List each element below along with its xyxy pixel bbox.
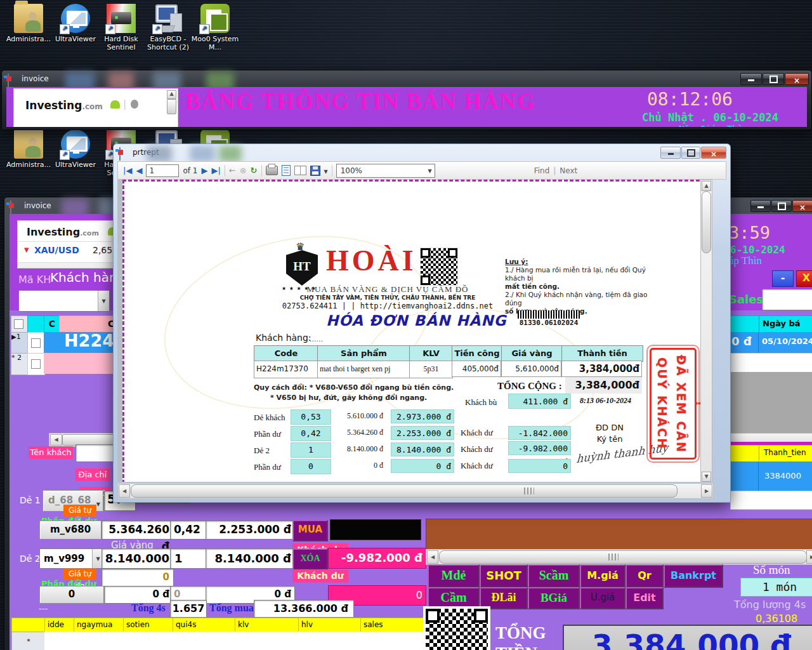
scroll-thumb[interactable]: [439, 550, 807, 564]
grid-empty-row[interactable]: [730, 491, 812, 510]
tong4s-value[interactable]: 1.657: [170, 600, 207, 618]
last-page-button[interactable]: ▶|: [211, 166, 220, 175]
grid-row1-right[interactable]: 0 đ 05/10/2024: [730, 332, 812, 353]
scroll-right-icon[interactable]: ▶: [806, 550, 812, 564]
desktop-icon-ultraviewer[interactable]: ↗ UltraViewer: [51, 4, 100, 43]
export-button[interactable]: [310, 166, 320, 176]
grid-header-c[interactable]: C: [44, 315, 60, 333]
mde-button[interactable]: Mdẻ: [428, 564, 480, 588]
titlebar[interactable]: prtrept ×: [114, 144, 730, 161]
refresh-icon[interactable]: ↻: [251, 166, 258, 175]
amount1-field[interactable]: 2.253.000 đ: [206, 521, 295, 540]
grid2-row-marker[interactable]: *: [11, 632, 46, 650]
grid-corner-cell[interactable]: [11, 315, 29, 333]
thanh-tien-row[interactable]: 3384000: [730, 461, 812, 491]
qty2-field[interactable]: 1: [170, 548, 209, 569]
back-icon[interactable]: ←: [229, 166, 236, 175]
bankrpt-button[interactable]: Bankrpt: [664, 564, 723, 588]
scroll-right-icon[interactable]: ▶: [701, 484, 712, 498]
minimize-button-inner[interactable]: -: [772, 270, 794, 287]
hidden-field[interactable]: [330, 519, 421, 540]
close-button[interactable]: ×: [792, 200, 812, 212]
mv680-button[interactable]: m_v680: [39, 521, 102, 540]
print-layout-button[interactable]: [282, 165, 291, 176]
checkbox-icon[interactable]: [31, 338, 41, 348]
price2-field[interactable]: 8.140.000 đ: [102, 548, 173, 569]
scroll-thumb[interactable]: [702, 191, 711, 253]
stop-icon[interactable]: ⊗: [240, 166, 247, 175]
grid2-cell[interactable]: [298, 632, 361, 650]
minimize-button[interactable]: [660, 147, 681, 159]
page-setup-button[interactable]: [294, 166, 306, 175]
due2-field[interactable]: -9.982.000 đ: [328, 548, 426, 569]
scroll-thumb[interactable]: [131, 484, 678, 498]
maximize-button[interactable]: [771, 200, 792, 212]
scam-button[interactable]: Scầm: [528, 564, 580, 588]
desktop-icon-administrator[interactable]: Administra...: [4, 4, 53, 43]
scroll-up-icon[interactable]: ▲: [167, 90, 176, 99]
close-button[interactable]: ×: [701, 147, 726, 159]
grid-row1-marker[interactable]: ▶1: [11, 332, 29, 354]
close-button[interactable]: ×: [785, 73, 809, 85]
mgia-button[interactable]: M.giá: [580, 564, 625, 588]
zero1-field[interactable]: 0: [39, 586, 104, 604]
preview-vscrollbar[interactable]: ▲ ▼: [700, 180, 712, 482]
maximize-button[interactable]: [681, 147, 700, 159]
find-button[interactable]: Find: [534, 166, 550, 175]
grid-row2-right[interactable]: [730, 353, 812, 373]
scroll-left-icon[interactable]: ◀: [50, 434, 62, 446]
de2-select[interactable]: m_v999: [39, 548, 104, 569]
ugia-button[interactable]: U.giá: [580, 587, 625, 609]
scroll-thumb[interactable]: [167, 99, 176, 114]
grid-row2-check[interactable]: [27, 353, 45, 375]
mua-button[interactable]: MUA: [292, 520, 328, 541]
thanh-tien-header[interactable]: Thanh_tien: [730, 445, 812, 463]
grid2-cell[interactable]: [123, 632, 173, 650]
zero2-field[interactable]: 0 đ: [104, 586, 173, 604]
first-page-button[interactable]: |◀: [123, 166, 132, 175]
edit-button[interactable]: Edit: [625, 587, 664, 609]
grid2-cell[interactable]: [44, 632, 74, 650]
customer-dropdown[interactable]: [18, 290, 110, 312]
zoom-select[interactable]: 100%: [336, 164, 435, 178]
minimize-button[interactable]: [740, 73, 762, 85]
preview-hscrollbar[interactable]: ◀ ▶: [117, 483, 714, 499]
sales-input[interactable]: [762, 289, 812, 310]
qr-button[interactable]: Qr: [625, 564, 664, 588]
grid-header-check[interactable]: [27, 315, 45, 333]
grid2-cell[interactable]: [74, 632, 124, 650]
desktop-icon-administrator-2[interactable]: Administra...: [4, 129, 53, 169]
grid-row2-marker[interactable]: * 2: [11, 353, 29, 375]
price1-field[interactable]: 5.364.260 đ: [102, 521, 173, 540]
minimize-button[interactable]: [750, 200, 771, 212]
scroll-left-icon[interactable]: ◀: [119, 484, 130, 498]
print-button[interactable]: [266, 166, 278, 175]
desktop-icon-moo0[interactable]: ↗ Moo0 System M...: [190, 4, 240, 51]
grid-header-ngayban[interactable]: Ngày bá: [730, 315, 812, 333]
amount2-field[interactable]: 8.140.000 đ: [206, 548, 295, 569]
zero-input[interactable]: 0: [102, 569, 174, 587]
checkbox-icon[interactable]: [14, 319, 23, 329]
desktop-icon-easybcd[interactable]: ↗ EasyBCD - Shortcut (2): [143, 4, 193, 51]
find-next-button[interactable]: Next: [560, 166, 577, 175]
scroll-left-icon[interactable]: ◀: [427, 550, 438, 564]
prev-page-button[interactable]: ◀: [136, 166, 142, 175]
scroll-up-icon[interactable]: ▲: [702, 181, 711, 191]
tongmua-value[interactable]: 13.366.000 đ: [254, 600, 354, 618]
maximize-button[interactable]: [763, 73, 784, 85]
grid2-cell[interactable]: [173, 632, 235, 650]
export-dropdown-icon[interactable]: [324, 166, 328, 175]
grid-row1-check[interactable]: [27, 332, 45, 354]
ticker-symbol[interactable]: XAU/USD: [34, 245, 79, 255]
scroll-down-icon[interactable]: ▼: [702, 472, 711, 482]
checkbox-icon[interactable]: [31, 359, 41, 369]
bgia-button[interactable]: BGiá: [528, 587, 580, 609]
close-button-inner[interactable]: X: [796, 270, 812, 287]
shot-button[interactable]: SHOT: [480, 564, 528, 588]
desktop-icon-hdsentinel[interactable]: ↗ Hard Disk Sentinel: [96, 4, 146, 51]
grid2-cell[interactable]: [360, 632, 426, 650]
next-page-button[interactable]: ▶: [201, 166, 207, 175]
investing-widget[interactable]: Investing.com | ▲: [13, 88, 178, 127]
desktop-icon-ultraviewer-2[interactable]: ↗ UltraViewer: [51, 129, 100, 169]
titlebar[interactable]: invoice ×: [2, 70, 811, 87]
